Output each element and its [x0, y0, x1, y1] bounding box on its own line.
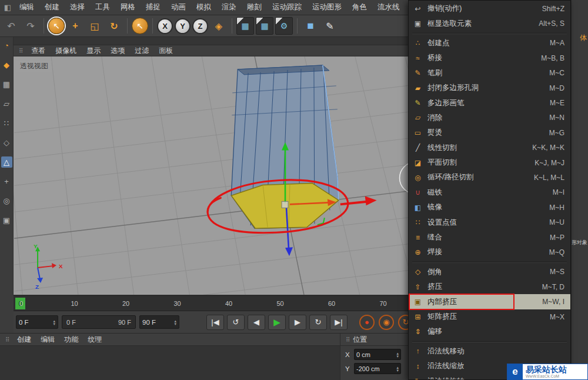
- enable-axis-icon[interactable]: +: [1, 176, 12, 187]
- edges-mode-icon[interactable]: ◇: [1, 137, 12, 148]
- menu-item-loop-path-cut[interactable]: ◎循环/路径切割K~L, M~L: [409, 170, 570, 185]
- menubar-item-编辑[interactable]: 编辑: [14, 0, 39, 15]
- goto-start-button[interactable]: |◀: [206, 315, 224, 330]
- menu-item-stitch-and-sew[interactable]: ≡缝合M~P: [409, 230, 570, 245]
- menu-item-move-along-normals[interactable]: ↑沿法线移动: [409, 344, 570, 359]
- menubar-item-选择[interactable]: 选择: [65, 0, 90, 15]
- frame-stepper[interactable]: ▴ ▾: [53, 319, 55, 325]
- menu-item-line-cut[interactable]: ╱线性切割K~K, M~K: [409, 141, 570, 155]
- panel-handle-icon[interactable]: ⠿: [19, 48, 23, 54]
- workplane-mode-icon[interactable]: ▱: [1, 98, 12, 109]
- material-menu-编辑[interactable]: 编辑: [36, 334, 59, 346]
- viewport-lock-icon[interactable]: ▣: [1, 215, 12, 226]
- loop-playback-button[interactable]: ↻: [309, 315, 327, 330]
- material-menu-创建[interactable]: 创建: [12, 334, 36, 346]
- menu-item-extrude[interactable]: ⇧挤压M~T, D: [409, 279, 570, 294]
- menu-item-smooth-shift[interactable]: ⇕偏移: [409, 324, 570, 339]
- menubar-item-角色[interactable]: 角色: [347, 0, 372, 15]
- menu-item-close-polygon-hole[interactable]: ▰封闭多边形孔洞M~D: [409, 81, 570, 95]
- menu-item-set-point-value[interactable]: ∷设置点值M~U: [409, 215, 570, 229]
- redo-icon[interactable]: ↷: [22, 17, 39, 35]
- menu-item-weld[interactable]: ⊕焊接M~Q: [409, 245, 570, 259]
- stepper-down-icon[interactable]: ▾: [174, 322, 176, 325]
- stepper-down-icon[interactable]: ▾: [396, 369, 399, 372]
- menubar-item-渲染[interactable]: 渲染: [216, 0, 242, 15]
- menubar-item-动画[interactable]: 动画: [166, 0, 191, 15]
- x-axis-lock-icon[interactable]: X: [157, 18, 173, 34]
- material-menu-功能[interactable]: 功能: [59, 334, 83, 346]
- stepper-down-icon[interactable]: ▾: [396, 355, 399, 358]
- current-frame-field[interactable]: 0 F ▴ ▾: [16, 315, 58, 329]
- play-backwards-button[interactable]: ↺: [227, 315, 245, 330]
- coordinate-system-icon[interactable]: ◈: [210, 17, 228, 35]
- menu-item-matrix-extrude[interactable]: ⊞矩阵挤压M~X: [409, 309, 570, 324]
- z-axis-lock-icon[interactable]: Z: [192, 18, 208, 34]
- menubar-item-雕刻[interactable]: 雕刻: [242, 0, 267, 15]
- coord-input-x[interactable]: 0 cm▴▾: [354, 349, 401, 360]
- rotate-tool-icon[interactable]: ↻: [105, 17, 123, 35]
- goto-end-button[interactable]: ▶|: [330, 315, 348, 330]
- render-picture-viewer-icon[interactable]: ▦: [256, 17, 273, 35]
- autokeying-button[interactable]: ◉: [379, 315, 394, 330]
- texture-mode-icon[interactable]: ▦: [1, 79, 12, 90]
- menubar-item-运动图形[interactable]: 运动图形: [307, 0, 347, 15]
- make-editable-icon[interactable]: ◔: [1, 40, 12, 51]
- coord-stepper-x[interactable]: ▴▾: [396, 352, 399, 358]
- menu-item-polygon-pen[interactable]: ✎多边形画笔M~E: [409, 95, 570, 110]
- preview-range-slider[interactable]: 0 F 90 F: [62, 315, 136, 329]
- stepper-down-icon[interactable]: ▾: [53, 322, 55, 325]
- material-manager-body[interactable]: [0, 346, 340, 380]
- menu-item-iron[interactable]: ▭熨烫M~G: [409, 125, 570, 140]
- last-tool-icon[interactable]: ↖: [132, 18, 148, 34]
- panel-handle-icon[interactable]: ⠿: [346, 336, 350, 343]
- polygons-mode-icon[interactable]: △: [1, 156, 12, 168]
- pen-spline-icon[interactable]: ✎: [321, 17, 339, 35]
- previous-frame-button[interactable]: ◀: [248, 315, 265, 330]
- origin-handle[interactable]: [282, 201, 288, 208]
- viewport-menu-选项[interactable]: 选项: [106, 45, 129, 57]
- menubar-item-运动跟踪[interactable]: 运动跟踪: [267, 0, 307, 15]
- material-menu-纹理[interactable]: 纹理: [83, 334, 106, 346]
- z-axis-handle-icon[interactable]: [285, 247, 293, 256]
- undo-icon[interactable]: ↶: [2, 17, 20, 35]
- live-selection-icon[interactable]: ↖: [48, 18, 65, 34]
- coord-stepper-y[interactable]: ▴▾: [396, 366, 399, 372]
- snap-settings-icon[interactable]: ◎: [1, 195, 12, 206]
- menu-item-brush[interactable]: ✎笔刷M~C: [409, 66, 570, 81]
- menu-item-extrude-inner[interactable]: ▣内部挤压M~W, I: [409, 294, 570, 309]
- menubar-item-创建[interactable]: 创建: [39, 0, 65, 15]
- model-mode-icon[interactable]: ◆: [1, 59, 12, 71]
- viewport-menu-显示[interactable]: 显示: [82, 45, 105, 57]
- menubar-item-流水线[interactable]: 流水线: [372, 0, 405, 15]
- y-axis-lock-icon[interactable]: Y: [175, 18, 191, 34]
- menu-item-plane-cut[interactable]: ◪平面切割K~J, M~J: [409, 155, 570, 170]
- menu-item-create-point[interactable]: ∴创建点M~A: [409, 36, 570, 51]
- scale-tool-icon[interactable]: ◱: [86, 17, 103, 35]
- end-frame-field[interactable]: 90 F ▴ ▾: [139, 315, 179, 329]
- render-view-icon[interactable]: ▦: [236, 17, 254, 35]
- menu-item-magnet[interactable]: ∪磁铁M~I: [409, 185, 570, 200]
- play-button[interactable]: ▶: [268, 315, 286, 330]
- coord-input-y[interactable]: -200 cm▴▾: [354, 363, 401, 374]
- menu-item-dissolve[interactable]: ▱消除M~N: [409, 111, 570, 125]
- menubar-item-工具[interactable]: 工具: [90, 0, 115, 15]
- menu-item-frame-selected-elements[interactable]: ▣框显选取元素Alt+S, S: [409, 16, 570, 31]
- menu-item-undo-action[interactable]: ↩撤销(动作)Shift+Z: [409, 1, 570, 16]
- panel-handle-icon[interactable]: ⠿: [5, 336, 9, 343]
- viewport-menu-摄像机[interactable]: 摄像机: [51, 45, 81, 57]
- menu-item-bridge[interactable]: ≈桥接M~B, B: [409, 51, 570, 65]
- next-frame-button[interactable]: ▶: [289, 315, 306, 330]
- menubar-item-网格[interactable]: 网格: [115, 0, 141, 15]
- viewport-menu-过滤[interactable]: 过滤: [130, 45, 153, 57]
- viewport-menu-查看[interactable]: 查看: [26, 45, 50, 57]
- menu-item-mirror[interactable]: ◧镜像M~H: [409, 200, 570, 215]
- move-tool-icon[interactable]: +: [66, 17, 84, 35]
- render-settings-icon[interactable]: ⚙: [275, 17, 293, 35]
- menu-item-bevel[interactable]: ◇倒角M~S: [409, 265, 570, 279]
- primitive-cube-icon[interactable]: ■: [302, 17, 319, 35]
- menubar-item-模拟[interactable]: 模拟: [191, 0, 216, 15]
- viewport-menu-面板[interactable]: 面板: [154, 45, 178, 57]
- end-frame-stepper[interactable]: ▴ ▾: [174, 319, 176, 325]
- record-keyframe-button[interactable]: ●: [359, 315, 375, 330]
- menubar-item-捕捉[interactable]: 捕捉: [141, 0, 166, 15]
